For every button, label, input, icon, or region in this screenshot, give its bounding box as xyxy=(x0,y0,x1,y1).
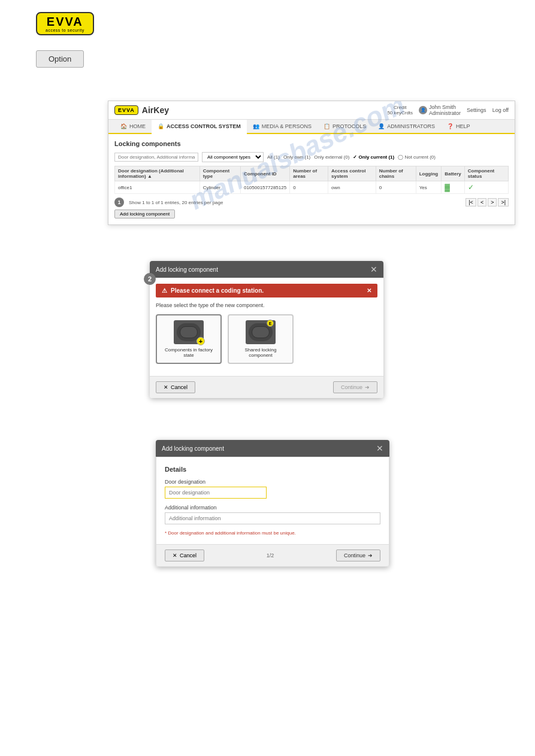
lock-icon: 🔒 xyxy=(158,123,164,129)
modal2-cancel-button[interactable]: ✕ Cancel xyxy=(156,381,195,393)
help-icon: ❓ xyxy=(447,123,454,129)
modal3-continue-label: Continue xyxy=(344,552,365,558)
modal2-continue-button[interactable]: Continue ➜ xyxy=(333,381,377,393)
persons-icon: 👥 xyxy=(253,123,259,129)
nav-item-home[interactable]: 🏠 HOME xyxy=(114,120,152,134)
credit-value: 50 keyCrdts xyxy=(387,110,413,116)
modal3-header: Add locking component ✕ xyxy=(156,440,389,457)
airkey-topbar: EVVA AirKey Credit 50 keyCrdts 👤 John Sm… xyxy=(108,101,515,120)
option-button[interactable]: Option xyxy=(36,50,84,68)
admin-icon: 👤 xyxy=(378,123,385,129)
component-card-factory[interactable]: + Components in factory state xyxy=(156,314,222,364)
nav-help-label: HELP xyxy=(456,123,470,129)
alert-bar: ⚠ Please connect a coding station. ✕ xyxy=(156,284,377,297)
cell-component-type: Cylinder xyxy=(200,181,240,194)
step1-badge: 1 xyxy=(114,198,124,207)
modal3-footer: ✕ Cancel 1/2 Continue ➜ xyxy=(156,545,389,567)
logo-area: EVVA access to security xyxy=(0,0,535,41)
screenshot1-container: manualsbase.com EVVA AirKey Credit 50 ke… xyxy=(108,101,515,225)
filter-external[interactable]: Only external (0) xyxy=(314,154,349,160)
protocols-icon: 📋 xyxy=(324,123,330,129)
alert-triangle-icon: ⚠ xyxy=(162,287,167,294)
nav-item-access-control[interactable]: 🔒 ACCESS CONTROL SYSTEM xyxy=(152,120,247,134)
modal2-cancel-label: Cancel xyxy=(171,384,188,390)
shared-cylinder-shape: E xyxy=(249,323,273,341)
filter-own[interactable]: Only own (1) xyxy=(283,154,310,160)
logout-link[interactable]: Log off xyxy=(492,107,509,113)
airkey-nav: 🏠 HOME 🔒 ACCESS CONTROL SYSTEM 👥 MEDIA &… xyxy=(108,120,515,134)
modal3-title: Add locking component xyxy=(162,445,224,452)
modal3-continue-button[interactable]: Continue ➜ xyxy=(336,549,380,561)
modal2-footer: ✕ Cancel Continue ➜ xyxy=(150,376,383,398)
additional-info-group: Additional information xyxy=(165,505,380,524)
user-name: John Smith xyxy=(429,104,461,110)
modal2-close-icon[interactable]: ✕ xyxy=(370,265,377,274)
col-access-control: Access control system xyxy=(328,166,376,181)
option-area: Option xyxy=(0,41,535,77)
component-options: + Components in factory state E Shared l… xyxy=(156,314,377,364)
component-card-shared[interactable]: E Shared locking component xyxy=(228,314,294,364)
home-icon: 🏠 xyxy=(120,123,127,129)
screenshot3-area: Add locking component ✕ Details Door des… xyxy=(156,440,535,567)
nav-item-help[interactable]: ❓ HELP xyxy=(441,120,476,134)
shared-component-label: Shared locking component xyxy=(234,347,288,358)
credit-label: Credit xyxy=(394,105,406,110)
door-designation-group: Door designation xyxy=(165,479,380,499)
col-component-id: Component ID xyxy=(240,166,289,181)
filter-not-current[interactable]: ◯ Not current (0) xyxy=(398,154,436,160)
modal2-title: Add locking component xyxy=(156,266,218,273)
modal3-continue-arrow-icon: ➜ xyxy=(368,552,373,558)
filter-all[interactable]: All (1) xyxy=(267,154,280,160)
modal3-container: Add locking component ✕ Details Door des… xyxy=(156,440,389,567)
modal2-container: Add locking component ✕ ⚠ Please connect… xyxy=(150,261,383,398)
nav-access-label: ACCESS CONTROL SYSTEM xyxy=(167,123,241,129)
filter-current[interactable]: ✓ Only current (1) xyxy=(353,154,394,160)
user-info: 👤 John Smith Administrator xyxy=(419,104,461,116)
pagination-info: Show 1 to 1 of 1 entries, 20 entries per… xyxy=(129,200,223,205)
cell-access-control: own xyxy=(328,181,376,194)
cell-status: ✓ xyxy=(464,181,508,194)
shared-cylinder-inner xyxy=(252,326,270,338)
additional-info-input[interactable] xyxy=(165,512,380,524)
plus-badge: + xyxy=(197,337,205,345)
pagination-buttons: |< < > >| xyxy=(466,198,509,207)
page-indicator: 1/2 xyxy=(267,552,274,558)
modal3-section-title: Details xyxy=(165,466,380,473)
table-row: office1 Cylinder 0105001577285125 0 own … xyxy=(115,181,509,194)
airkey-logo-small: EVVA xyxy=(114,105,138,115)
pagination-first[interactable]: |< xyxy=(466,198,476,207)
continue-arrow-icon: ➜ xyxy=(365,384,370,390)
modal2-body: ⚠ Please connect a coding station. ✕ Ple… xyxy=(150,278,383,376)
airkey-app-title: AirKey xyxy=(142,105,169,115)
factory-component-label: Components in factory state xyxy=(162,347,216,358)
nav-home-label: HOME xyxy=(129,123,146,129)
user-avatar: 👤 xyxy=(419,106,427,114)
airkey-logo-text: EVVA xyxy=(118,107,135,113)
pagination-prev[interactable]: < xyxy=(477,198,486,207)
nav-item-media-persons[interactable]: 👥 MEDIA & PERSONS xyxy=(247,120,318,134)
alert-close-icon[interactable]: ✕ xyxy=(367,287,371,294)
nav-item-administrators[interactable]: 👤 ADMINISTRATORS xyxy=(372,120,441,134)
settings-link[interactable]: Settings xyxy=(467,107,486,113)
modal2-instruction: Please select the type of the new compon… xyxy=(156,302,377,308)
nav-item-protocols[interactable]: 📋 PROTOCOLS xyxy=(318,120,372,134)
door-designation-input[interactable] xyxy=(165,487,267,499)
cell-logging: Yes xyxy=(416,181,442,194)
modal3-body: Details Door designation Additional info… xyxy=(156,457,389,545)
evva-logo-text: EVVA xyxy=(47,16,83,28)
airkey-content: Locking components All component types A… xyxy=(108,134,515,224)
search-input[interactable] xyxy=(114,153,198,162)
modal2-continue-label: Continue xyxy=(341,384,362,390)
pagination-left: 1 Show 1 to 1 of 1 entries, 20 entries p… xyxy=(114,198,223,207)
modal3-cancel-button[interactable]: ✕ Cancel xyxy=(165,549,204,561)
pagination-area: 1 Show 1 to 1 of 1 entries, 20 entries p… xyxy=(114,198,509,207)
modal3-close-icon[interactable]: ✕ xyxy=(376,444,383,453)
col-status: Component status xyxy=(464,166,508,181)
pagination-last[interactable]: >| xyxy=(498,198,509,207)
pagination-next[interactable]: > xyxy=(488,198,497,207)
filter-bar: All component types All (1) Only own (1)… xyxy=(114,152,509,162)
user-role: Administrator xyxy=(429,110,461,116)
col-logging: Logging xyxy=(416,166,442,181)
add-locking-component-button[interactable]: Add locking component xyxy=(114,210,175,218)
type-select[interactable]: All component types xyxy=(202,152,264,162)
